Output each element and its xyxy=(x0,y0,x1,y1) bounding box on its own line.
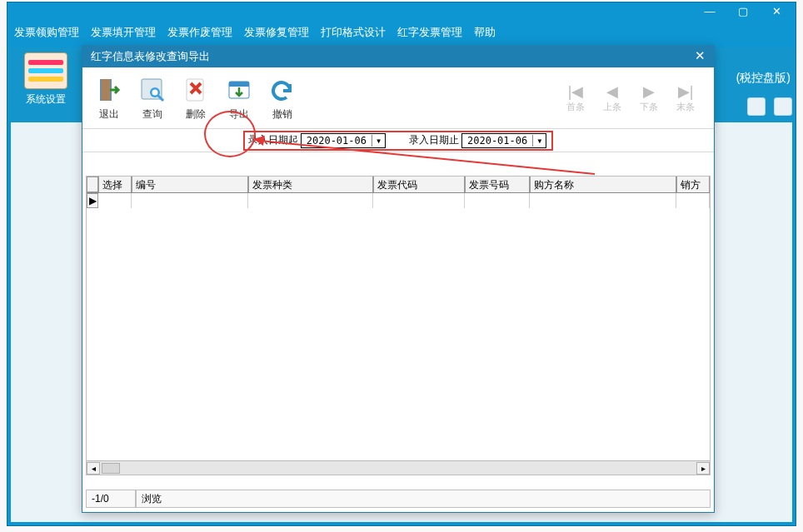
col-select[interactable]: 选择 xyxy=(98,177,132,192)
nav-next-label: 下条 xyxy=(632,101,666,113)
menu-print-format[interactable]: 打印格式设计 xyxy=(321,25,386,40)
nav-next-button[interactable]: ▶下条 xyxy=(632,82,666,113)
right-small-icons xyxy=(747,97,792,116)
current-row-indicator: ▶ xyxy=(87,193,98,208)
scroll-thumb[interactable] xyxy=(102,463,120,474)
table-row[interactable]: ▶ xyxy=(87,193,710,208)
undo-arrow-icon xyxy=(267,75,297,105)
horizontal-scrollbar[interactable]: ◂ ▸ xyxy=(87,460,710,475)
col-buyer[interactable]: 购方名称 xyxy=(530,177,676,192)
system-settings-label: 系统设置 xyxy=(16,92,76,107)
query-label: 查询 xyxy=(131,107,174,122)
main-menu: 发票领购管理 发票填开管理 发票作废管理 发票修复管理 打印格式设计 红字发票管… xyxy=(7,21,796,44)
menu-invoice-void[interactable]: 发票作废管理 xyxy=(167,25,232,40)
svg-rect-8 xyxy=(229,82,249,87)
settings-icon xyxy=(24,52,67,89)
menu-invoice-receive[interactable]: 发票领购管理 xyxy=(14,25,79,40)
maximize-button[interactable]: ▢ xyxy=(727,4,759,19)
grid-header: 选择 编号 发票种类 发票代码 发票号码 购方名称 销方 xyxy=(87,177,710,193)
filter-group: 录入日期起 2020-01-06 ▾ 录入日期止 2020-01-06 ▾ xyxy=(243,131,554,151)
col-code[interactable]: 发票代码 xyxy=(373,177,465,192)
date-from-value: 2020-01-06 xyxy=(302,135,372,147)
date-from-label: 录入日期起 xyxy=(248,133,298,147)
window-titlebar: — ▢ ✕ xyxy=(7,2,796,21)
exit-label: 退出 xyxy=(87,107,131,122)
row-indicator-header xyxy=(87,177,98,192)
close-button[interactable]: ✕ xyxy=(761,4,792,19)
nav-first-label: 首条 xyxy=(559,101,592,113)
svg-point-4 xyxy=(152,89,158,95)
export-label: 导出 xyxy=(217,107,261,122)
next-icon: ▶ xyxy=(632,82,666,101)
dialog-titlebar: 红字信息表修改查询导出 ✕ xyxy=(82,46,714,67)
delete-button[interactable]: 删除 xyxy=(174,75,217,122)
clipboard-icon[interactable] xyxy=(774,97,792,116)
nav-last-button[interactable]: ▶|末条 xyxy=(669,82,702,113)
record-nav: |◀首条 ◀上条 ▶下条 ▶|末条 xyxy=(559,82,709,113)
col-no[interactable]: 发票号码 xyxy=(465,177,530,192)
nav-prev-label: 上条 xyxy=(596,101,629,113)
chevron-down-icon[interactable]: ▾ xyxy=(372,135,385,147)
col-seller[interactable]: 销方 xyxy=(676,177,710,192)
system-settings-button[interactable]: 系统设置 xyxy=(16,52,76,107)
undo-label: 撤销 xyxy=(261,107,304,122)
export-button[interactable]: 导出 xyxy=(217,75,261,122)
scroll-right-button[interactable]: ▸ xyxy=(696,462,710,475)
svg-rect-1 xyxy=(102,79,110,101)
delete-label: 删除 xyxy=(174,107,217,122)
menu-invoice-repair[interactable]: 发票修复管理 xyxy=(244,25,309,40)
menu-red-invoice[interactable]: 红字发票管理 xyxy=(397,25,462,40)
edition-label: (税控盘版) xyxy=(736,71,791,86)
filter-row: 录入日期起 2020-01-06 ▾ 录入日期止 2020-01-06 ▾ xyxy=(82,129,714,152)
query-button[interactable]: 查询 xyxy=(131,75,174,122)
first-icon: |◀ xyxy=(559,82,592,101)
undo-button[interactable]: 撤销 xyxy=(261,75,304,122)
date-to-value: 2020-01-06 xyxy=(462,135,532,147)
date-to-label: 录入日期止 xyxy=(409,133,459,147)
menu-invoice-issue[interactable]: 发票填开管理 xyxy=(91,25,156,40)
status-count: -1/0 xyxy=(86,490,136,508)
dialog-toolbar: 退出 查询 删除 导出 撤销 |◀首条 ◀ xyxy=(82,67,714,129)
col-type[interactable]: 发票种类 xyxy=(248,177,373,192)
status-bar: -1/0 浏览 xyxy=(86,489,711,509)
menu-help[interactable]: 帮助 xyxy=(474,25,496,40)
chevron-down-icon[interactable]: ▾ xyxy=(532,135,546,147)
nav-last-label: 末条 xyxy=(669,101,702,113)
dialog-close-button[interactable]: ✕ xyxy=(691,48,709,65)
date-from-input[interactable]: 2020-01-06 ▾ xyxy=(301,133,386,148)
date-to-input[interactable]: 2020-01-06 ▾ xyxy=(461,133,546,148)
minimize-button[interactable]: — xyxy=(694,4,726,19)
magnifier-icon xyxy=(137,75,167,105)
nav-prev-button[interactable]: ◀上条 xyxy=(596,82,629,113)
col-number[interactable]: 编号 xyxy=(132,177,248,192)
last-icon: ▶| xyxy=(669,82,702,101)
status-mode: 浏览 xyxy=(136,490,711,508)
nav-first-button[interactable]: |◀首条 xyxy=(559,82,592,113)
svg-line-5 xyxy=(158,96,163,101)
dialog-title: 红字信息表修改查询导出 xyxy=(91,49,210,64)
lock-icon[interactable] xyxy=(747,97,766,116)
scroll-left-button[interactable]: ◂ xyxy=(87,462,100,475)
calendar-arrow-icon xyxy=(224,75,254,105)
result-grid: 选择 编号 发票种类 发票代码 发票号码 购方名称 销方 ▶ ◂ ▸ xyxy=(86,176,711,475)
door-arrow-icon xyxy=(94,75,124,105)
exit-button[interactable]: 退出 xyxy=(87,75,131,122)
prev-icon: ◀ xyxy=(596,82,629,101)
red-info-dialog: 红字信息表修改查询导出 ✕ 退出 查询 删除 导出 xyxy=(82,45,715,513)
x-red-icon xyxy=(181,75,211,105)
